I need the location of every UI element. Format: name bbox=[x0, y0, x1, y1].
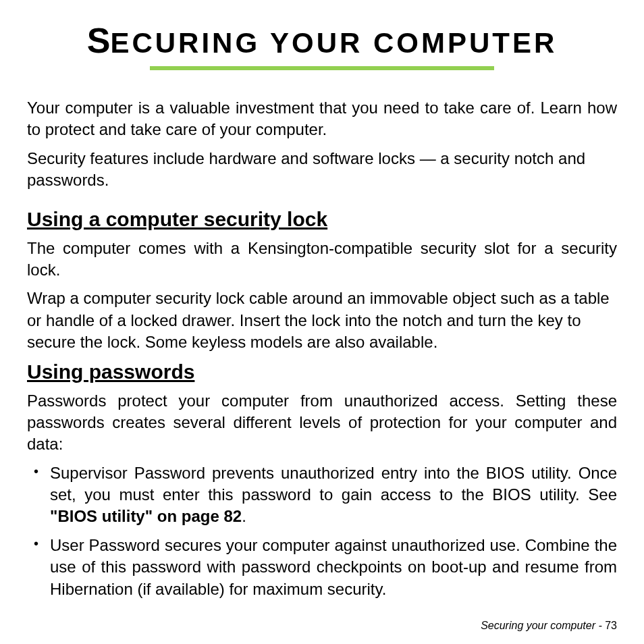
title-dropcap: S bbox=[87, 21, 111, 60]
list-item: Supervisor Password prevents unauthorize… bbox=[27, 462, 617, 528]
list-item: User Password secures your computer agai… bbox=[27, 535, 617, 600]
intro-paragraph-1: Your computer is a valuable investment t… bbox=[27, 97, 617, 141]
section1-paragraph-2: Wrap a computer security lock cable arou… bbox=[27, 288, 617, 353]
page-title-block: SECURING YOUR COMPUTER bbox=[27, 20, 617, 70]
section-heading-security-lock: Using a computer security lock bbox=[27, 208, 617, 231]
title-underline bbox=[150, 66, 494, 70]
intro-paragraph-2: Security features include hardware and s… bbox=[27, 148, 617, 192]
page-title: SECURING YOUR COMPUTER bbox=[87, 20, 558, 61]
page-footer: Securing your computer - 73 bbox=[481, 620, 617, 632]
footer-label: Securing your computer - bbox=[481, 620, 605, 631]
section2-paragraph-1: Passwords protect your computer from una… bbox=[27, 390, 617, 456]
title-rest: ECURING YOUR COMPUTER bbox=[110, 27, 557, 59]
bullet-text-post: . bbox=[242, 507, 246, 525]
bullet-text-pre: Supervisor Password prevents unauthorize… bbox=[50, 464, 617, 504]
bullet-text-pre: User Password secures your computer agai… bbox=[50, 536, 617, 598]
footer-page-number: 73 bbox=[605, 620, 617, 631]
bullet-text-bold: "BIOS utility" on page 82 bbox=[50, 507, 242, 525]
section-heading-passwords: Using passwords bbox=[27, 360, 617, 383]
password-bullet-list: Supervisor Password prevents unauthorize… bbox=[27, 462, 617, 600]
section1-paragraph-1: The computer comes with a Kensington-com… bbox=[27, 238, 617, 281]
